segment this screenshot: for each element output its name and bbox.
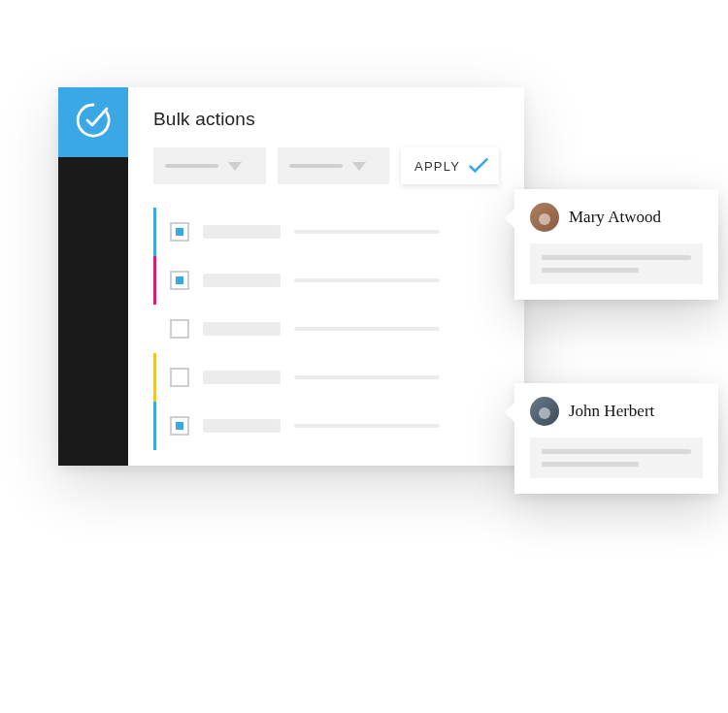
popover-header: John Herbert — [530, 397, 703, 426]
placeholder-bar — [542, 255, 691, 260]
popover-user-name: Mary Atwood — [569, 208, 661, 227]
user-popover[interactable]: Mary Atwood — [514, 189, 718, 300]
row-checkbox[interactable] — [170, 222, 189, 242]
placeholder-bar — [294, 278, 440, 282]
apply-button[interactable]: APPLY — [401, 147, 499, 184]
main-panel: Bulk actions APPLY — [128, 87, 524, 466]
page-title: Bulk actions — [153, 109, 499, 130]
logo-check-icon — [74, 101, 113, 144]
list-item[interactable] — [153, 208, 499, 256]
user-popover[interactable]: John Herbert — [514, 383, 718, 494]
popover-header: Mary Atwood — [530, 203, 703, 232]
popover-body — [530, 438, 703, 478]
apply-label: APPLY — [414, 159, 460, 174]
popover-user-name: John Herbert — [569, 402, 654, 421]
placeholder-bar — [542, 449, 691, 454]
avatar — [530, 203, 559, 232]
bulk-dropdown-1[interactable] — [153, 147, 266, 184]
list-item[interactable] — [153, 256, 499, 305]
placeholder-bar — [542, 462, 639, 467]
row-checkbox[interactable] — [170, 271, 189, 290]
placeholder-bar — [203, 419, 281, 433]
app-window: Bulk actions APPLY — [58, 87, 524, 466]
item-list — [153, 208, 499, 450]
placeholder-bar — [203, 371, 281, 384]
row-checkbox[interactable] — [170, 416, 189, 436]
list-item[interactable] — [153, 402, 499, 450]
popover-body — [530, 243, 703, 284]
row-checkbox[interactable] — [170, 368, 189, 387]
placeholder-bar — [289, 164, 343, 168]
placeholder-bar — [294, 230, 440, 234]
avatar — [530, 397, 559, 426]
bulk-dropdown-2[interactable] — [278, 147, 390, 184]
list-item[interactable] — [153, 305, 499, 353]
check-icon — [468, 154, 489, 178]
placeholder-bar — [203, 322, 281, 336]
placeholder-bar — [542, 268, 639, 273]
placeholder-bar — [294, 327, 440, 331]
placeholder-bar — [203, 225, 281, 239]
sidebar — [58, 87, 128, 466]
logo-tile[interactable] — [58, 87, 128, 157]
placeholder-bar — [203, 274, 281, 287]
chevron-down-icon — [352, 162, 366, 171]
placeholder-bar — [294, 424, 440, 428]
list-item[interactable] — [153, 353, 499, 402]
placeholder-bar — [165, 164, 218, 168]
row-checkbox[interactable] — [170, 319, 189, 339]
bulk-controls: APPLY — [153, 147, 499, 184]
chevron-down-icon — [228, 162, 242, 171]
placeholder-bar — [294, 375, 440, 379]
